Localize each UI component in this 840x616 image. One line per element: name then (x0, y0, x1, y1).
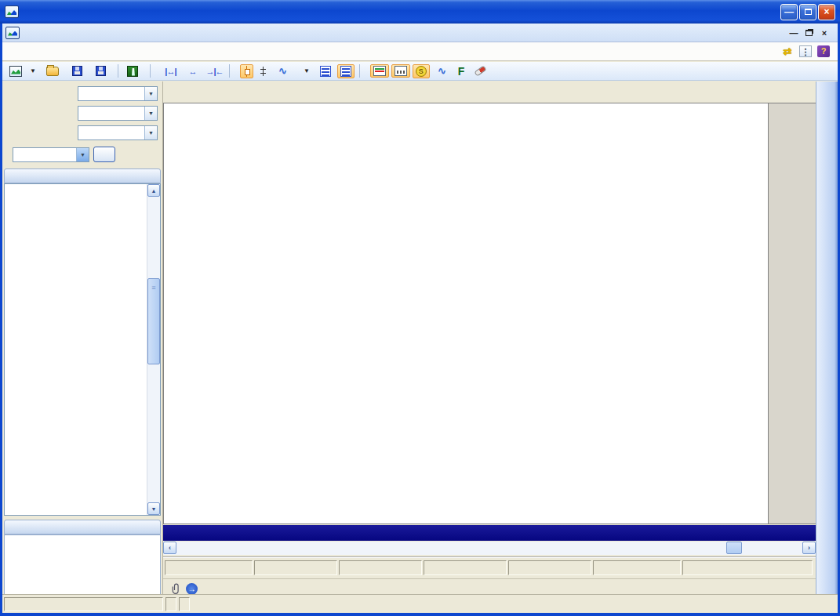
mdi-close-icon[interactable]: × (819, 27, 830, 38)
chart-indicators-icon (373, 66, 386, 76)
strategy-parameters-box (4, 534, 161, 602)
scrollbar-thumb[interactable] (147, 278, 160, 364)
bar-status-row (163, 556, 816, 577)
chevron-down-icon: ▼ (30, 67, 36, 74)
wave-icon: ∿ (436, 66, 448, 77)
save-as-icon (96, 66, 106, 76)
app-icon (5, 5, 19, 18)
chevron-down-icon[interactable]: ▼ (144, 87, 157, 100)
tree-scrollbar[interactable]: ▲ ▼ (147, 184, 160, 515)
close-button[interactable]: × (818, 4, 835, 20)
mdi-restore-icon[interactable] (805, 30, 813, 36)
scrollbar-thumb[interactable] (726, 542, 742, 554)
mouse-label (682, 560, 813, 575)
panes-expanded-icon (340, 66, 351, 77)
show-indicators-button[interactable] (370, 64, 389, 78)
style-candlestick-button[interactable] (240, 64, 253, 78)
maximize-button[interactable] (799, 4, 816, 20)
spacing-wider-button[interactable]: |↔| (161, 64, 180, 78)
chart-frame (163, 103, 816, 524)
fidelity-lighthouse-icon (127, 66, 138, 77)
mdi-controls: — × (788, 27, 835, 38)
panes-collapse-button[interactable] (316, 64, 335, 78)
chevron-down-icon[interactable]: ▼ (144, 107, 157, 120)
new-chart-icon (9, 66, 22, 77)
open-strategy-button[interactable] (42, 65, 66, 78)
streaming-icon[interactable]: → (186, 583, 198, 595)
ohlc-bars-icon (260, 66, 267, 77)
paperclip-icon (171, 583, 182, 595)
orders-count (165, 597, 176, 611)
style-line-button[interactable]: ∿ (273, 64, 293, 78)
chevron-down-icon: ▼ (304, 67, 310, 74)
scroll-right-icon[interactable]: › (802, 542, 816, 554)
save-as-button[interactable] (92, 64, 113, 78)
scroll-up-icon[interactable]: ▲ (147, 184, 160, 197)
chevron-down-icon[interactable]: ▼ (76, 148, 89, 161)
datasets-tree: ▲ ▼ (4, 183, 161, 516)
go-button[interactable] (93, 147, 115, 162)
folder-icon (46, 67, 59, 76)
scroll-left-icon[interactable]: ‹ (163, 542, 176, 554)
help-book-icon[interactable] (817, 45, 830, 57)
panes-expand-button[interactable] (337, 64, 355, 78)
new-button[interactable]: ▼ (5, 64, 40, 78)
chart-plots[interactable] (164, 103, 767, 524)
menu-bar: — × (2, 24, 838, 42)
erase-annotations-button[interactable] (471, 67, 490, 75)
symbol-input[interactable]: ▼ (13, 147, 89, 162)
status-bar (2, 594, 838, 613)
strategy-status-message[interactable] (4, 597, 163, 611)
app-window: — × — × ▼ |↔| ↔ →|← (0, 0, 840, 616)
price-axis[interactable] (768, 103, 816, 524)
eraser-icon (475, 65, 487, 76)
spacing-narrower-button[interactable]: →|← (205, 64, 224, 78)
show-wave-button[interactable]: ∿ (432, 64, 452, 78)
signal-coin-icon: S (416, 66, 427, 77)
style-ohlc-button[interactable] (256, 64, 271, 78)
bar-label (165, 560, 253, 575)
chart-region: ‹ › → (163, 82, 816, 594)
candlestick-icon (243, 66, 250, 77)
minimize-button[interactable]: — (780, 4, 798, 20)
style-more-button[interactable]: ▼ (295, 66, 314, 76)
fundamentals-f-icon: F (458, 65, 465, 78)
nav-right-icons (781, 45, 838, 57)
workspace-layout-icon[interactable] (781, 45, 794, 57)
toolbar: ▼ |↔| ↔ →|← ∿ ▼ S ∿ F (2, 62, 838, 81)
spacing-default-button[interactable]: ↔ (183, 64, 202, 78)
panes-icon (320, 66, 331, 77)
title-bar: — × (0, 0, 840, 24)
login-fidelity-button[interactable] (123, 64, 145, 78)
mdi-minimize-icon[interactable]: — (788, 27, 799, 38)
scale-select[interactable]: ▼ (78, 86, 158, 101)
save-button[interactable] (68, 64, 89, 78)
show-signals-button[interactable]: S (413, 64, 430, 78)
mdi-child-icon (5, 27, 20, 39)
nav-bar (2, 42, 838, 61)
chart-horizontal-scrollbar[interactable]: ‹ › (163, 542, 816, 555)
date-axis (163, 525, 816, 541)
drawing-tools-strip (816, 82, 838, 594)
line-style-icon: ∿ (277, 66, 289, 77)
chevron-down-icon[interactable]: ▼ (144, 126, 157, 140)
sidebar: ▼ ▼ ▼ ▼ ▲ ▼ (2, 82, 163, 594)
scroll-down-icon[interactable]: ▼ (147, 502, 160, 515)
strategy-parameters-header (4, 520, 161, 534)
volume-pane-icon (395, 66, 407, 76)
data-range-select[interactable]: ▼ (78, 106, 158, 121)
chart-tabs (163, 82, 816, 102)
save-icon (72, 66, 82, 76)
position-size-select[interactable]: ▼ (78, 125, 158, 140)
show-fundamentals-button[interactable]: F (454, 63, 469, 79)
show-volume-button[interactable] (391, 64, 410, 78)
window-properties-icon[interactable] (799, 45, 812, 57)
datasets-header (4, 168, 161, 183)
active-orders-count (179, 597, 190, 611)
